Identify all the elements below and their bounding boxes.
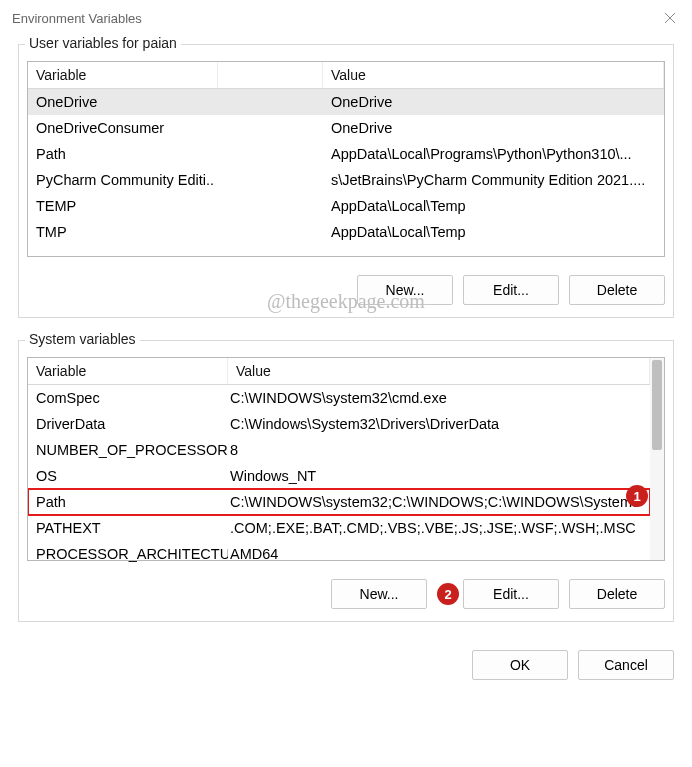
- cell-variable: Path: [28, 144, 218, 164]
- ok-button[interactable]: OK: [472, 650, 568, 680]
- cell-value: AppData\Local\Temp: [323, 222, 664, 242]
- annotation-badge-1: 1: [626, 485, 648, 507]
- cell-variable: DriverData: [28, 414, 228, 434]
- cell-value: AppData\Local\Programs\Python\Python310\…: [323, 144, 664, 164]
- cell-spacer: [218, 144, 323, 164]
- table-row[interactable]: DriverDataC:\Windows\System32\Drivers\Dr…: [28, 411, 650, 437]
- table-row[interactable]: PathC:\WINDOWS\system32;C:\WINDOWS;C:\WI…: [28, 489, 650, 515]
- cell-value: C:\WINDOWS\system32\cmd.exe: [228, 388, 650, 408]
- table-row[interactable]: PROCESSOR_ARCHITECTU...AMD64: [28, 541, 650, 567]
- cell-variable: OS: [28, 466, 228, 486]
- col-spacer: [218, 62, 323, 88]
- user-variables-group: User variables for paian Variable Value …: [18, 44, 674, 318]
- table-row[interactable]: TEMPAppData\Local\Temp: [28, 193, 664, 219]
- table-row[interactable]: PathAppData\Local\Programs\Python\Python…: [28, 141, 664, 167]
- dialog-footer: OK Cancel: [0, 644, 692, 692]
- cell-variable: PROCESSOR_ARCHITECTU...: [28, 544, 228, 564]
- user-variables-table[interactable]: Variable Value OneDriveOneDriveOneDriveC…: [27, 61, 665, 257]
- cell-spacer: [218, 196, 323, 216]
- cell-variable: PyCharm Community Editi..: [28, 170, 218, 190]
- titlebar: Environment Variables: [0, 0, 692, 36]
- annotation-badge-2: 2: [437, 583, 459, 605]
- system-variables-group: System variables Variable Value ComSpecC…: [18, 340, 674, 622]
- cell-spacer: [218, 222, 323, 242]
- scrollbar[interactable]: [650, 358, 664, 560]
- cell-variable: OneDriveConsumer: [28, 118, 218, 138]
- system-edit-button[interactable]: Edit...: [463, 579, 559, 609]
- col-value[interactable]: Value: [228, 358, 650, 384]
- system-variables-table[interactable]: Variable Value ComSpecC:\WINDOWS\system3…: [27, 357, 665, 561]
- col-value[interactable]: Value: [323, 62, 664, 88]
- table-row[interactable]: PyCharm Community Editi..s\JetBrains\PyC…: [28, 167, 664, 193]
- cell-variable: NUMBER_OF_PROCESSORS: [28, 440, 228, 460]
- cell-value: OneDrive: [323, 118, 664, 138]
- cell-value: s\JetBrains\PyCharm Community Edition 20…: [323, 170, 664, 190]
- cell-variable: PATHEXT: [28, 518, 228, 538]
- cell-value: .COM;.EXE;.BAT;.CMD;.VBS;.VBE;.JS;.JSE;.…: [228, 518, 650, 538]
- cell-value: C:\Windows\System32\Drivers\DriverData: [228, 414, 650, 434]
- table-row[interactable]: NUMBER_OF_PROCESSORS8: [28, 437, 650, 463]
- cell-spacer: [218, 92, 323, 112]
- cell-variable: TEMP: [28, 196, 218, 216]
- system-new-button[interactable]: New...: [331, 579, 427, 609]
- user-edit-button[interactable]: Edit...: [463, 275, 559, 305]
- window-title: Environment Variables: [12, 11, 142, 26]
- cell-value: Windows_NT: [228, 466, 650, 486]
- cell-value: AMD64: [228, 544, 650, 564]
- user-new-button[interactable]: New...: [357, 275, 453, 305]
- col-variable[interactable]: Variable: [28, 358, 228, 384]
- close-button[interactable]: [658, 6, 682, 30]
- cell-spacer: [218, 118, 323, 138]
- table-header: Variable Value: [28, 62, 664, 89]
- table-row[interactable]: TMPAppData\Local\Temp: [28, 219, 664, 245]
- user-buttons: New... Edit... Delete: [27, 275, 665, 305]
- cell-value: 8: [228, 440, 650, 460]
- cell-variable: ComSpec: [28, 388, 228, 408]
- cell-variable: Path: [28, 492, 228, 512]
- cell-value: AppData\Local\Temp: [323, 196, 664, 216]
- col-variable[interactable]: Variable: [28, 62, 218, 88]
- table-row[interactable]: OneDriveOneDrive: [28, 89, 664, 115]
- cell-value: OneDrive: [323, 92, 664, 112]
- user-delete-button[interactable]: Delete: [569, 275, 665, 305]
- system-group-legend: System variables: [25, 331, 140, 347]
- cancel-button[interactable]: Cancel: [578, 650, 674, 680]
- close-icon: [664, 12, 676, 24]
- table-row[interactable]: OSWindows_NT: [28, 463, 650, 489]
- user-group-legend: User variables for paian: [25, 35, 181, 51]
- system-buttons: New... 2 Edit... Delete: [27, 579, 665, 609]
- cell-variable: TMP: [28, 222, 218, 242]
- cell-value: C:\WINDOWS\system32;C:\WINDOWS;C:\WINDOW…: [228, 492, 650, 512]
- table-row[interactable]: OneDriveConsumerOneDrive: [28, 115, 664, 141]
- table-row[interactable]: PATHEXT.COM;.EXE;.BAT;.CMD;.VBS;.VBE;.JS…: [28, 515, 650, 541]
- system-delete-button[interactable]: Delete: [569, 579, 665, 609]
- scroll-thumb[interactable]: [652, 360, 662, 450]
- cell-spacer: [218, 170, 323, 190]
- table-header: Variable Value: [28, 358, 650, 385]
- cell-variable: OneDrive: [28, 92, 218, 112]
- table-row[interactable]: ComSpecC:\WINDOWS\system32\cmd.exe: [28, 385, 650, 411]
